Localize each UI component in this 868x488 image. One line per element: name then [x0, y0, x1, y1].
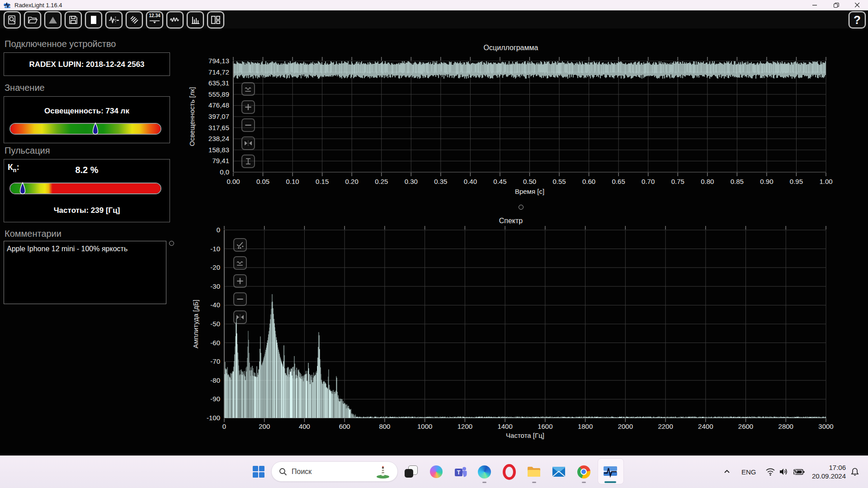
volume-button[interactable]: [778, 455, 789, 488]
svg-text:0.20: 0.20: [345, 178, 359, 185]
svg-text:0.85: 0.85: [731, 178, 744, 185]
spectrum-view-button[interactable]: [187, 11, 204, 28]
osc-fit-horizontal-button[interactable]: [241, 136, 255, 150]
svg-text:-70: -70: [210, 357, 220, 365]
chrome-button[interactable]: [574, 462, 594, 482]
radexlight-active-indicator: [604, 481, 616, 483]
battery-button[interactable]: [792, 455, 806, 488]
main-toolbar: 12.34 ?: [0, 10, 868, 28]
edge-icon: [478, 465, 491, 479]
start-button[interactable]: [249, 462, 269, 482]
numeric-display-button[interactable]: 12.34: [146, 11, 163, 28]
oscillogram-view-button[interactable]: [166, 11, 184, 28]
svg-text:-80: -80: [210, 376, 220, 384]
zoom-document-button[interactable]: [4, 11, 21, 28]
help-button[interactable]: ?: [849, 11, 866, 28]
restore-button[interactable]: [826, 0, 847, 10]
open-file-button[interactable]: [24, 11, 41, 28]
svg-text:714,72: 714,72: [208, 68, 229, 76]
explorer-button[interactable]: [524, 462, 544, 482]
language-indicator[interactable]: ENG: [741, 455, 756, 488]
illuminance-slider-marker[interactable]: [92, 122, 99, 136]
svg-text:-20: -20: [210, 263, 220, 271]
svg-text:-100: -100: [207, 414, 220, 422]
osc-zoom-in-button[interactable]: [241, 100, 255, 114]
layout-panels-button[interactable]: [207, 11, 224, 28]
clock-tray[interactable]: 17:06 20.09.2024: [811, 455, 846, 488]
mail-button[interactable]: [549, 462, 569, 482]
pulse-measure-button[interactable]: [105, 11, 123, 28]
notifications-button[interactable]: [850, 455, 860, 488]
svg-text:0.55: 0.55: [552, 178, 566, 185]
radexlight-taskbar-button[interactable]: [600, 461, 620, 481]
osc-fit-curve-button[interactable]: [241, 82, 255, 96]
panel-splitter-handle[interactable]: [169, 241, 174, 246]
chrome-icon: [577, 465, 590, 479]
tray-date: 20.09.2024: [811, 472, 846, 480]
search-box[interactable]: Поиск: [271, 461, 398, 482]
svg-text:794,13: 794,13: [208, 57, 229, 65]
spectrum-tools: [233, 238, 247, 328]
svg-text:1.00: 1.00: [819, 178, 832, 185]
wifi-icon: [765, 467, 776, 477]
pulsation-slider[interactable]: [9, 183, 161, 194]
svg-text:0.50: 0.50: [523, 178, 536, 185]
spec-zoom-out-button[interactable]: [233, 292, 247, 306]
edge-button[interactable]: [474, 462, 494, 482]
teams-button[interactable]: T: [451, 462, 471, 482]
svg-text:0.75: 0.75: [671, 178, 684, 185]
pulsation-gradient: [10, 183, 160, 193]
svg-text:238,24: 238,24: [208, 135, 229, 142]
edge-running-indicator: [482, 482, 486, 483]
spec-autoscale-button[interactable]: [233, 238, 247, 252]
svg-text:0.30: 0.30: [405, 178, 418, 185]
battery-charging-icon: [792, 467, 806, 477]
record-stop-button[interactable]: [85, 11, 102, 28]
svg-text:0.25: 0.25: [375, 178, 388, 185]
osc-zoom-out-button[interactable]: [241, 118, 255, 132]
save-button[interactable]: [65, 11, 82, 28]
svg-text:2400: 2400: [698, 422, 713, 430]
svg-text:Время [с]: Время [с]: [515, 188, 544, 195]
svg-text:2200: 2200: [658, 422, 673, 430]
opera-icon: [503, 464, 516, 480]
bell-icon: [850, 467, 860, 477]
opera-button[interactable]: [499, 462, 519, 482]
svg-text:Частота [Гц]: Частота [Гц]: [506, 432, 544, 439]
help-label: ?: [854, 13, 861, 27]
explorer-icon: [527, 466, 541, 478]
comments-section-header: Комментарии: [5, 229, 61, 239]
svg-text:600: 600: [339, 422, 350, 430]
osc-fit-vertical-button[interactable]: [241, 155, 255, 168]
wifi-button[interactable]: [765, 455, 776, 488]
pulsation-slider-marker[interactable]: [19, 182, 26, 196]
task-view-icon: [405, 465, 417, 478]
spec-fit-curve-button[interactable]: [233, 256, 247, 270]
comments-input[interactable]: Apple Iphone 12 mini - 100% яркость: [4, 241, 166, 304]
device-name: RADEX LUPIN: 2018-12-24 2563: [4, 60, 170, 69]
oscillogram-chart[interactable]: 794,13714,72635,31555,89476,48397,07317,…: [176, 34, 836, 212]
spectrum-chart[interactable]: 0-10-20-30-40-50-60-70-80-90-10002004006…: [176, 212, 836, 445]
pulsation-box: Кп: 8.2 % Частоты: 239 [Гц]: [4, 159, 170, 222]
svg-text:1600: 1600: [538, 422, 552, 430]
close-button[interactable]: [847, 0, 868, 10]
copilot-button[interactable]: [426, 462, 446, 482]
svg-text:0.95: 0.95: [790, 178, 803, 185]
oscillogram-tools: [241, 82, 255, 173]
explorer-running-indicator: [532, 482, 536, 483]
comments-text: Apple Iphone 12 mini - 100% яркость: [7, 245, 127, 253]
svg-text:0.05: 0.05: [256, 178, 269, 185]
svg-text:-90: -90: [210, 395, 220, 403]
backlight-rays-button[interactable]: [126, 11, 143, 28]
minimize-button[interactable]: [804, 0, 826, 10]
spec-zoom-in-button[interactable]: [233, 274, 247, 288]
spec-fit-horizontal-button[interactable]: [233, 310, 247, 324]
tray-chevron-button[interactable]: [722, 455, 731, 488]
illuminance-slider[interactable]: [9, 123, 161, 135]
svg-text:635,31: 635,31: [208, 79, 229, 87]
svg-text:0.15: 0.15: [316, 178, 329, 185]
svg-text:555,89: 555,89: [208, 90, 229, 98]
task-view-button[interactable]: [401, 462, 421, 482]
export-upload-button[interactable]: [44, 11, 61, 28]
numeric-icon-text: 12.34: [149, 14, 160, 18]
